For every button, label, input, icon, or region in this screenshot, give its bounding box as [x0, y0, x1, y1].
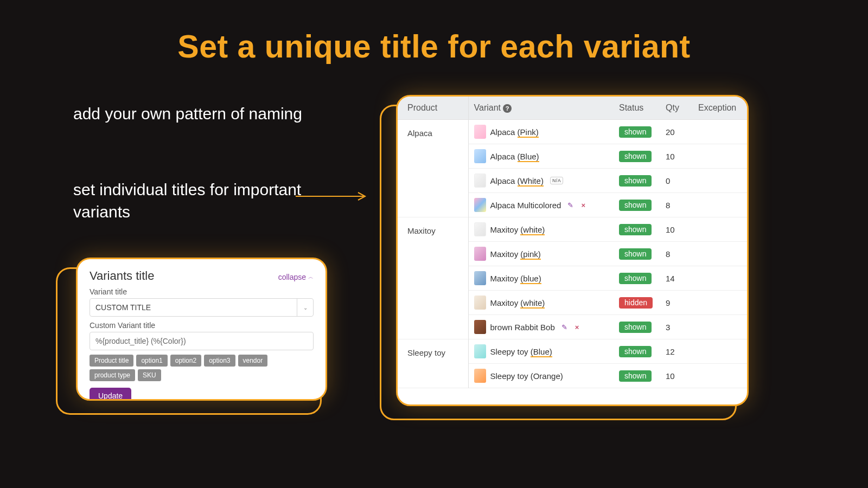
variant-cell: Alpaca (White)N/A: [468, 169, 614, 193]
edit-icon[interactable]: ✎: [561, 323, 567, 331]
variant-name: Alpaca (Blue): [490, 152, 539, 161]
col-exception: Exception: [693, 97, 747, 120]
status-cell: shown: [614, 339, 660, 364]
status-badge: shown: [619, 151, 652, 162]
exception-cell: [693, 242, 747, 266]
token-option2[interactable]: option2: [170, 355, 201, 367]
exception-cell: [693, 364, 747, 388]
product-cell: Maxitoy: [398, 217, 468, 339]
variant-thumbnail: [474, 125, 486, 139]
status-badge: shown: [619, 346, 652, 357]
status-cell: shown: [614, 364, 660, 388]
variant-cell: Maxitoy (white): [468, 217, 614, 242]
token-vendor[interactable]: vendor: [238, 355, 268, 367]
variant-cell: Maxitoy (pink): [468, 242, 614, 266]
hero-title: Set a unique title for each variant: [0, 0, 868, 65]
token-sku[interactable]: SKU: [138, 369, 161, 381]
status-cell: shown: [614, 266, 660, 291]
status-cell: shown: [614, 315, 660, 339]
qty-cell: 20: [660, 120, 693, 144]
na-badge: N/A: [550, 177, 563, 184]
status-badge: shown: [619, 200, 652, 211]
blurb-pattern: add your own pattern of naming: [73, 103, 307, 125]
variant-thumbnail: [474, 369, 486, 383]
status-cell: shown: [614, 144, 660, 169]
exception-cell: [693, 339, 747, 364]
variants-table: Product Variant? Status Qty Exception Al…: [398, 97, 747, 388]
token-product-title[interactable]: Product title: [90, 355, 133, 367]
panel-title: Variants title: [90, 269, 154, 283]
qty-cell: 10: [660, 217, 693, 242]
exception-cell: [693, 291, 747, 315]
qty-cell: 10: [660, 364, 693, 388]
chevron-down-icon: ⌄: [297, 299, 313, 316]
chevron-up-icon: ︿: [308, 273, 314, 281]
status-cell: shown: [614, 217, 660, 242]
variant-thumbnail: [474, 174, 486, 188]
status-badge: shown: [619, 175, 652, 187]
variant-title-label: Variant title: [90, 287, 314, 296]
remove-icon[interactable]: ×: [575, 323, 579, 331]
variant-thumbnail: [474, 247, 486, 261]
exception-cell: [693, 266, 747, 291]
qty-cell: 0: [660, 169, 693, 193]
status-badge: shown: [619, 224, 652, 235]
status-badge: shown: [619, 322, 652, 333]
status-cell: shown: [614, 169, 660, 193]
variant-name: Maxitoy (pink): [490, 249, 541, 259]
custom-variant-title-label: Custom Variant title: [90, 321, 314, 330]
exception-cell: [693, 315, 747, 339]
token-option1[interactable]: option1: [136, 355, 167, 367]
status-badge: shown: [619, 126, 652, 138]
help-icon[interactable]: ?: [503, 104, 512, 113]
col-product: Product: [398, 97, 468, 120]
collapse-toggle[interactable]: collapse ︿: [278, 273, 314, 281]
table-row: AlpacaAlpaca (Pink)shown20: [398, 120, 747, 144]
variant-title-select[interactable]: CUSTOM TITLE ⌄: [90, 298, 314, 317]
table-row: MaxitoyMaxitoy (white)shown10: [398, 217, 747, 242]
variant-thumbnail: [474, 222, 486, 236]
variants-title-panel: Variants title collapse ︿ Variant title …: [76, 258, 327, 401]
status-cell: shown: [614, 242, 660, 266]
exception-cell: [693, 169, 747, 193]
status-badge: hidden: [619, 297, 653, 309]
variant-cell: Alpaca (Blue): [468, 144, 614, 169]
variant-name: Alpaca Multicolored: [490, 201, 561, 210]
variant-cell: brown Rabbit Bob✎×: [468, 315, 614, 339]
variant-cell: Sleepy toy (Blue): [468, 339, 614, 364]
remove-icon[interactable]: ×: [581, 201, 585, 209]
variant-thumbnail: [474, 320, 486, 334]
variant-cell: Sleepy toy (Orange): [468, 364, 614, 388]
qty-cell: 12: [660, 339, 693, 364]
product-cell: Alpaca: [398, 120, 468, 217]
qty-cell: 8: [660, 242, 693, 266]
col-status: Status: [614, 97, 660, 120]
update-button[interactable]: Update: [90, 388, 131, 401]
variant-cell: Alpaca Multicolored✎×: [468, 193, 614, 217]
exception-cell: [693, 120, 747, 144]
token-option3[interactable]: option3: [204, 355, 235, 367]
variant-thumbnail: [474, 198, 486, 212]
edit-icon[interactable]: ✎: [567, 201, 573, 209]
qty-cell: 14: [660, 266, 693, 291]
variant-name: Alpaca (Pink): [490, 127, 539, 137]
status-badge: shown: [619, 248, 652, 260]
product-cell: Sleepy toy: [398, 339, 468, 388]
variant-name: Sleepy toy (Orange): [490, 371, 563, 381]
token-row: Product titleoption1option2option3vendor…: [90, 355, 314, 381]
variants-table-card: Product Variant? Status Qty Exception Al…: [396, 95, 749, 406]
status-cell: hidden: [614, 291, 660, 315]
status-cell: shown: [614, 193, 660, 217]
qty-cell: 9: [660, 291, 693, 315]
col-qty: Qty: [660, 97, 693, 120]
exception-cell: [693, 217, 747, 242]
qty-cell: 10: [660, 144, 693, 169]
variant-thumbnail: [474, 296, 486, 310]
token-product-type[interactable]: product type: [90, 369, 135, 381]
custom-variant-title-input[interactable]: [90, 332, 314, 350]
qty-cell: 8: [660, 193, 693, 217]
col-variant: Variant?: [468, 97, 614, 120]
table-row: Sleepy toySleepy toy (Blue)shown12: [398, 339, 747, 364]
variant-name: Maxitoy (white): [490, 225, 545, 234]
variant-name: Maxitoy (blue): [490, 274, 541, 283]
